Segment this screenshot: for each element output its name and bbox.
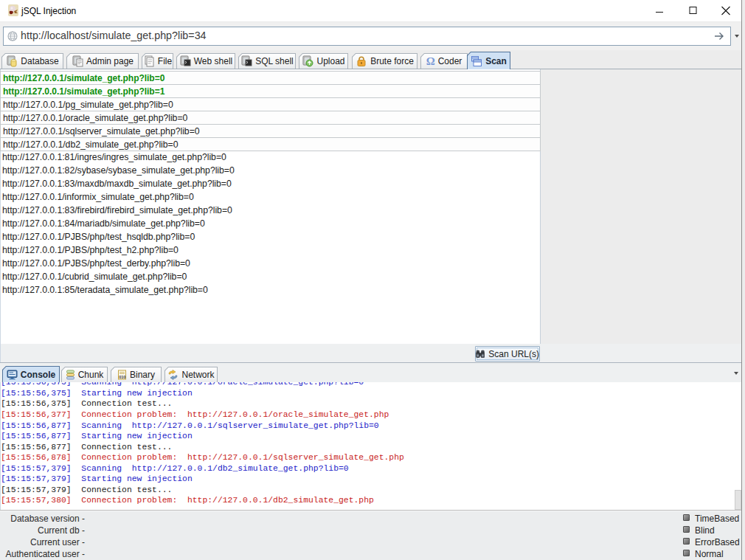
svg-text:010: 010	[119, 375, 125, 379]
